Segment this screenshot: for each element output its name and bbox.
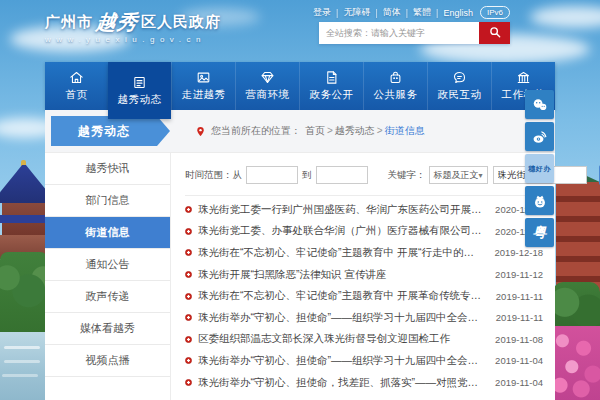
utility-link-4[interactable]: 繁體 [413,6,431,19]
chat-icon [452,70,467,85]
nav-label: 营商环境 [246,88,290,102]
home-icon [69,70,84,85]
news-date: 2019-11-08 [495,334,543,345]
to-label: 到 [302,169,312,182]
bullet-icon [185,314,192,321]
sidebar-item-2[interactable]: 部门信息 [45,185,170,217]
breadcrumb-link-1[interactable]: 首页 [305,125,325,136]
news-row: 珠光街党工委一行到广州国盛医药、华润广东医药公司开展暖企调研2020-11-20 [185,199,543,221]
main-nav: 首页越秀动态走进越秀营商环境政务公开公共服务政民互动工作机构 [45,62,555,110]
float-suihaoban-icon[interactable]: 穗好办 [525,154,554,183]
float-wechat-icon[interactable] [525,90,554,119]
utility-links: 登录|无障碍|简体|繁體|EnglishIPv6 [313,6,510,19]
nav-item-6[interactable]: 公共服务 [363,62,427,110]
date-to-input[interactable] [316,166,368,184]
news-row: 珠光街在“不忘初心、牢记使命”主题教育中 开展“行走中的红色党课”革命传统教育活… [185,242,543,264]
separator: | [336,8,338,18]
nav-label: 走进越秀 [182,88,226,102]
nav-item-3[interactable]: 走进越秀 [171,62,235,110]
utility-link-3[interactable]: 简体 [383,6,401,19]
floating-toolbar: 穗好办粤 [525,90,554,247]
location-label: 您当前所在的位置： [211,124,301,138]
search-button[interactable] [479,22,510,44]
flowers-photo [553,326,600,400]
site-search [319,22,510,44]
bullet-icon [185,271,192,278]
nav-item-4[interactable]: 营商环境 [235,62,299,110]
search-icon [488,25,502,42]
breadcrumb-path: 首页>越秀动态>街道信息 [305,124,425,138]
sidebar-menu: 越秀快讯部门信息街道信息通知公告政声传递媒体看越秀视频点播 [45,153,171,400]
logo-text-suffix: 区人民政府 [141,13,221,32]
news-date: 2019-11-11 [496,312,543,323]
utility-link-5[interactable]: English [443,8,473,18]
bag-icon [388,70,403,85]
site-title: 广州市 越秀 区人民政府 [45,12,221,32]
breadcrumb-link-3[interactable]: 街道信息 [385,125,425,136]
bullet-icon [185,336,192,343]
news-date: 2019-11-04 [495,377,543,388]
nav-label: 政务公开 [310,88,354,102]
page-root: 广州市 越秀 区人民政府 www.yuexiu.gov.cn 登录|无障碍|简体… [0,0,600,400]
nav-item-5[interactable]: 政务公开 [299,62,363,110]
news-row: 区委组织部温志文部长深入珠光街督导创文迎国检工作2019-11-08 [185,329,543,351]
news-title-link[interactable]: 珠光街党工委一行到广州国盛医药、华润广东医药公司开展暖企调研 [198,203,483,217]
ipv6-badge[interactable]: IPv6 [480,6,510,19]
sidebar-item-1[interactable]: 越秀快讯 [45,153,170,185]
nav-item-7[interactable]: 政民互动 [427,62,491,110]
news-icon [132,75,147,90]
float-weibo-icon[interactable] [525,122,554,151]
news-row: 珠光街开展“扫黑除恶”法律知识 宣传讲座2019-11-12 [185,264,543,286]
news-title-link[interactable]: 珠光街党工委、办事处联合华润（广州）医疗器械有限公司赴新坐村开展调研慰问暨消费扶… [198,224,483,238]
news-title-link[interactable]: 珠光街举办“守初心、担使命”——组织学习十九届四中全会会议精神 [198,354,483,368]
nav-label: 越秀动态 [118,93,162,107]
bank-icon [516,70,531,85]
sidebar-item-5[interactable]: 政声传递 [45,281,170,313]
blue-roof [0,165,48,203]
scope-select[interactable]: 标题及正文 ▾ [429,166,488,184]
utility-link-1[interactable]: 登录 [313,6,331,19]
news-title-link[interactable]: 区委组织部温志文部长深入珠光街督导创文迎国检工作 [198,332,483,346]
section-title-ribbon: 越秀动态 [51,116,157,146]
content-panel: 越秀动态 您当前所在的位置： 首页>越秀动态>街道信息 越秀快讯部门信息街道信息… [45,110,555,400]
news-title-link[interactable]: 珠光街开展“扫黑除恶”法律知识 宣传讲座 [198,268,483,282]
breadcrumb-link-2[interactable]: 越秀动态 [335,125,375,136]
news-row: 珠光街举办“守初心、担使命”——组织学习十九届四中全会会议精神和开展革命传统教育… [185,307,543,329]
news-title-link[interactable]: 珠光街在“不忘初心、牢记使命”主题教育中 开展革命传统专题教育活动 [198,289,484,303]
hall-band [0,215,48,223]
logo-script-text: 越秀 [95,12,139,32]
date-from-input[interactable] [246,166,298,184]
bullet-icon [185,206,192,213]
location-pin-icon [195,126,206,137]
bullet-icon [185,379,192,386]
news-title-link[interactable]: 珠光街在“不忘初心、牢记使命”主题教育中 开展“行走中的红色党课”革命传统教育活… [198,246,482,260]
site-logo[interactable]: 广州市 越秀 区人民政府 www.yuexiu.gov.cn [45,12,221,44]
section-title: 越秀动态 [78,124,130,138]
nav-item-2[interactable]: 越秀动态 [108,62,171,119]
news-date: 2019-11-12 [495,269,543,280]
keyword-label: 关键字： [388,169,426,182]
news-title-link[interactable]: 珠光街举办“守初心、担使命，找差距、抓落实”——对照党章党规找差距专题会议 [198,376,483,390]
news-row: 珠光街举办“守初心、担使命”——组织学习十九届四中全会会议精神2019-11-0… [185,350,543,372]
scope-selected-value: 标题及正文 [434,169,479,182]
separator: | [406,8,408,18]
bullet-icon [185,249,192,256]
sidebar-item-3[interactable]: 街道信息 [45,217,170,249]
breadcrumb-separator: > [327,125,333,136]
bullet-icon [185,228,192,235]
utility-link-2[interactable]: 无障碍 [343,6,370,19]
trees-left [0,252,48,338]
sidebar-item-7[interactable]: 视频点播 [45,345,170,377]
filter-row: 时间范围：从 到 关键字： 标题及正文 ▾ 查询 [185,164,543,186]
time-range-label: 时间范围：从 [185,169,242,182]
news-title-link[interactable]: 珠光街举办“守初心、担使命”——组织学习十九届四中全会会议精神和开展革命传统教育 [198,311,484,325]
nav-item-1[interactable]: 首页 [45,62,108,110]
breadcrumb-separator: > [377,125,383,136]
sidebar-item-4[interactable]: 通知公告 [45,249,170,281]
float-mascot-icon[interactable] [525,186,554,215]
bullet-icon [185,293,192,300]
float-yue-icon[interactable]: 粤 [525,218,554,247]
search-input[interactable] [319,22,479,44]
news-date: 2019-11-11 [496,291,543,302]
sidebar-item-6[interactable]: 媒体看越秀 [45,313,170,345]
